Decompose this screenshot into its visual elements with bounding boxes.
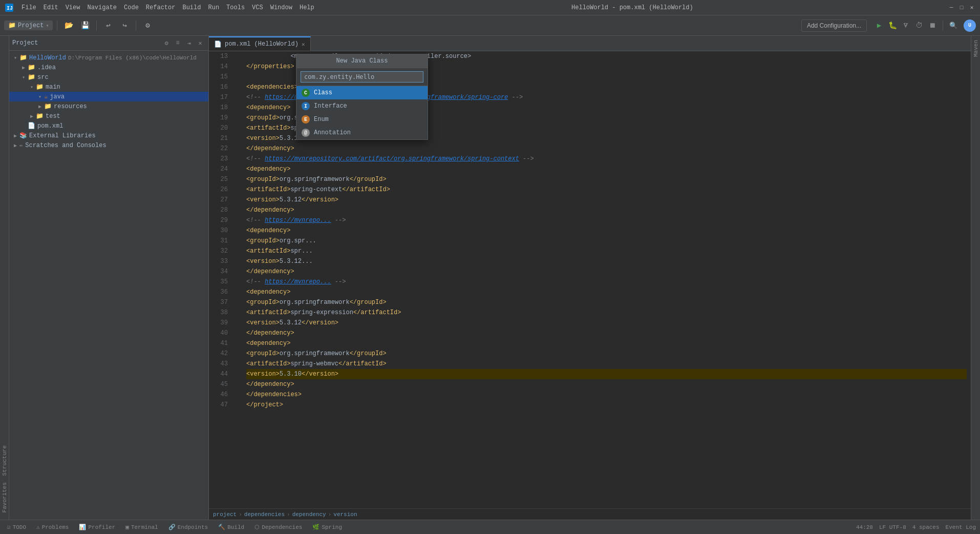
tree-item-src[interactable]: ▾ 📁 src [9, 72, 208, 82]
menu-view[interactable]: View [62, 3, 83, 12]
menu-navigate[interactable]: Navigate [84, 3, 120, 12]
open-file-button[interactable]: 📂 [61, 18, 76, 33]
user-avatar[interactable]: U [964, 19, 976, 32]
save-button[interactable]: 💾 [78, 18, 92, 33]
project-folder-icon: 📁 [19, 54, 27, 61]
scratches-label: Scratches and Consoles [25, 142, 106, 149]
popup-title: New Java Class [296, 54, 428, 68]
tree-item-java[interactable]: ▾ ☕ java [9, 92, 208, 101]
breadcrumb-separator: › [287, 511, 290, 518]
event-log-button[interactable]: Event Log [946, 524, 976, 530]
menu-build[interactable]: Build [179, 3, 204, 12]
close-panel-icon[interactable]: ✕ [195, 38, 205, 48]
undo-button[interactable]: ↩ [101, 18, 115, 33]
maven-panel-tab[interactable]: Maven [972, 36, 980, 61]
breadcrumb-item-project[interactable]: project [213, 511, 237, 518]
class-name-input[interactable] [301, 71, 423, 83]
profiler-tab[interactable]: 📊 Profiler [76, 523, 118, 531]
popup-item-interface[interactable]: IInterface [296, 99, 428, 113]
title-bar: IJ File Edit View Navigate Code Refactor… [0, 0, 980, 15]
problems-tab[interactable]: ⚠ Problems [33, 523, 72, 531]
breadcrumb-item-version[interactable]: version [333, 511, 357, 518]
project-panel: Project ⚙ ≡ ⇥ ✕ ▾ 📁 HelloWorld D:\Progra… [9, 36, 209, 520]
dependencies-icon: ⬡ [254, 524, 260, 530]
todo-tab[interactable]: ☑ TODO [4, 523, 29, 531]
run-button[interactable]: ▶ [873, 19, 885, 32]
popup-item-annotation[interactable]: @Annotation [296, 126, 428, 139]
menu-tools[interactable]: Tools [223, 3, 248, 12]
terminal-tab[interactable]: ▣ Terminal [122, 523, 161, 531]
svg-text:IJ: IJ [7, 6, 13, 11]
tree-item-external-libs[interactable]: ▶ 📚 External Libraries [9, 131, 208, 140]
main-content: Structure Favorites Project ⚙ ≡ ⇥ ✕ ▾ 📁 … [0, 36, 980, 520]
dependencies-tab[interactable]: ⬡ Dependencies [251, 523, 305, 531]
window-controls: ─ □ ✕ [947, 4, 976, 12]
breadcrumb-bar: project › dependencies › dependency › ve… [209, 508, 971, 520]
menu-file[interactable]: File [18, 3, 39, 12]
editor-tab-pom[interactable]: 📄 pom.xml (HelloWorld) ✕ [209, 36, 311, 51]
endpoints-tab[interactable]: 🔗 Endpoints [165, 523, 211, 531]
line-encoding: LF UTF-8 [879, 524, 906, 530]
project-selector[interactable]: 📁 Project ▾ [4, 20, 53, 30]
tree-item-idea[interactable]: ▶ 📁 .idea [9, 63, 208, 72]
tree-item-resources[interactable]: ▶ 📁 resources [9, 101, 208, 111]
coverage-button[interactable]: ⛛ [900, 19, 912, 32]
breadcrumb-item-dependencies[interactable]: dependencies [244, 511, 285, 518]
pom-label: pom.xml [37, 122, 63, 130]
pom-file-icon: 📄 [28, 122, 35, 130]
separator-1 [57, 20, 57, 31]
minimize-button[interactable]: ─ [947, 4, 955, 12]
tree-expand-arrow-ext: ▶ [11, 133, 19, 139]
gear-icon[interactable]: ⚙ [161, 38, 172, 48]
spring-label: Spring [322, 524, 342, 530]
stop-button[interactable]: ⏹ [926, 19, 939, 32]
project-tree: ▾ 📁 HelloWorld D:\Program Files (x86)\co… [9, 51, 208, 520]
profiler-icon: 📊 [79, 524, 86, 530]
profile-button[interactable]: ⏱ [913, 19, 925, 32]
tree-expand-arrow-main: ▾ [28, 84, 36, 90]
redo-button[interactable]: ↪ [117, 18, 132, 33]
new-java-class-popup: New Java Class CClassIInterfaceEEnum@Ann… [296, 54, 428, 140]
panel-toolbar: ⚙ ≡ ⇥ ✕ [161, 38, 205, 48]
build-icon: 🔨 [218, 524, 225, 530]
scroll-icon[interactable]: ⇥ [184, 38, 194, 48]
menu-refactor[interactable]: Refactor [143, 3, 179, 12]
popup-item-class[interactable]: CClass [296, 86, 428, 99]
build-tab[interactable]: 🔨 Build [215, 523, 247, 531]
tree-item-pom[interactable]: ▶ 📄 pom.xml [9, 121, 208, 131]
tree-item-scratches[interactable]: ▶ ✏ Scratches and Consoles [9, 140, 208, 150]
tab-close-button[interactable]: ✕ [302, 41, 305, 48]
spring-tab[interactable]: 🌿 Spring [309, 523, 345, 531]
collapse-all-icon[interactable]: ≡ [173, 38, 183, 48]
tree-item-test[interactable]: ▶ 📁 test [9, 111, 208, 121]
test-folder-icon: 📁 [36, 112, 44, 120]
popup-item-enum[interactable]: EEnum [296, 113, 428, 126]
breadcrumb-item-dependency[interactable]: dependency [292, 511, 326, 518]
structure-panel-tab[interactable]: Structure [1, 442, 9, 479]
breadcrumb-separator: › [239, 511, 242, 518]
add-configuration-button[interactable]: Add Configuration... [801, 19, 867, 32]
test-label: test [46, 113, 60, 120]
line-numbers: 1314151617181920212223242526272829303132… [209, 51, 232, 508]
ext-libs-label: External Libraries [29, 132, 96, 139]
endpoints-label: Endpoints [178, 524, 208, 530]
debug-button[interactable]: 🐛 [886, 19, 899, 32]
search-everywhere-button[interactable]: 🔍 [947, 19, 960, 32]
problems-label: Problems [42, 524, 69, 530]
maximize-button[interactable]: □ [957, 4, 966, 12]
tree-item-main[interactable]: ▾ 📁 main [9, 82, 208, 92]
close-button[interactable]: ✕ [968, 4, 976, 12]
popup-item-label-interface: Interface [314, 102, 347, 110]
project-name: Project [18, 22, 44, 29]
status-right: 44:28 LF UTF-8 4 spaces Event Log [856, 524, 976, 530]
favorites-panel-tab[interactable]: Favorites [1, 479, 9, 516]
menu-run[interactable]: Run [205, 3, 222, 12]
menu-vcs[interactable]: VCS [249, 3, 266, 12]
settings-button[interactable]: ⚙ [140, 18, 155, 33]
menu-window[interactable]: Window [267, 3, 295, 12]
breadcrumb-separator: › [328, 511, 332, 518]
menu-edit[interactable]: Edit [40, 3, 61, 12]
tree-item-helloworld[interactable]: ▾ 📁 HelloWorld D:\Program Files (x86)\co… [9, 53, 208, 63]
menu-help[interactable]: Help [296, 3, 317, 12]
menu-code[interactable]: Code [121, 3, 142, 12]
